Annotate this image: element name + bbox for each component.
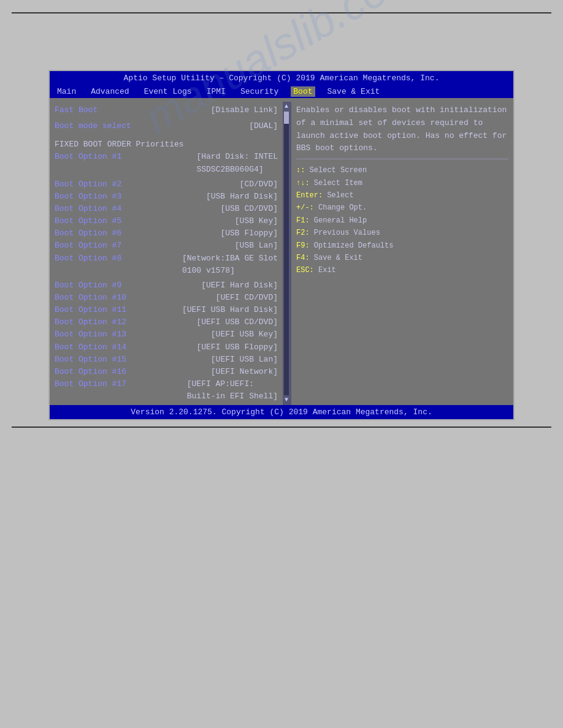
boot-option-15-row[interactable]: Boot Option #15 [UEFI USB Lan] [55,354,278,366]
menu-ipmi[interactable]: IPMI [204,86,228,97]
boot-option-3-label: Boot Option #3 [55,191,121,203]
status-bar: Version 2.20.1275. Copyright (C) 2019 Am… [50,405,513,419]
boot-option-5-value: [USB Key] [235,215,278,227]
key-f2: F2: [296,229,310,237]
boot-option-15-value: [UEFI USB Lan] [211,354,278,366]
boot-option-5-row[interactable]: Boot Option #5 [USB Key] [55,215,278,227]
boot-mode-value: [DUAL] [249,120,278,132]
boot-option-10-label: Boot Option #10 [55,292,126,304]
left-panel: Fast Boot [Disable Link] Boot mode selec… [50,102,283,405]
boot-option-2-label: Boot Option #2 [55,178,121,191]
key-help-3: Enter: Select [296,189,508,202]
fixed-boot-order-section: FIXED BOOT ORDER Priorities [55,138,278,151]
boot-option-9-value: [UEFI Hard Disk] [201,279,278,292]
fast-boot-value: [Disable Link] [211,104,278,116]
fast-boot-row[interactable]: Fast Boot [Disable Link] [55,104,278,116]
key-help-9: ESC: Exit [296,264,508,276]
key-f9: F9: [296,241,310,250]
boot-option-11-value: [UEFI USB Hard Disk] [182,304,278,316]
key-help-5: F1: General Help [296,214,508,227]
menu-bar: Main Advanced Event Logs IPMI Security B… [50,85,513,98]
right-panel: Enables or disables boot with initializa… [291,102,513,405]
boot-option-13-row[interactable]: Boot Option #13 [UEFI USB Key] [55,328,278,341]
main-content: Fast Boot [Disable Link] Boot mode selec… [50,98,513,405]
boot-option-14-label: Boot Option #14 [55,341,126,354]
menu-save-exit[interactable]: Save & Exit [325,86,383,97]
key-help-2: ↑↓: Select Item [296,177,508,189]
help-text: Enables or disables boot with initializa… [296,104,508,155]
key-help-1: ↕: Select Screen [296,164,508,176]
boot-option-16-value: [UEFI Network] [211,366,278,378]
boot-option-10-value: [UEFI CD/DVD] [216,292,278,304]
boot-option-1-label: Boot Option #1 [55,151,121,175]
boot-option-10-row[interactable]: Boot Option #10 [UEFI CD/DVD] [55,292,278,304]
boot-option-7-row[interactable]: Boot Option #7 [USB Lan] [55,240,278,252]
boot-option-12-label: Boot Option #12 [55,316,126,328]
boot-option-13-value: [UEFI USB Key] [211,328,278,341]
boot-option-17-row[interactable]: Boot Option #17 [UEFI AP:UEFI:Built-in E… [55,378,278,403]
boot-mode-label: Boot mode select [55,120,131,132]
key-f1: F1: [296,216,310,225]
key-help-8: F4: Save & Exit [296,252,508,264]
scrollbar-thumb[interactable] [284,112,289,124]
boot-option-16-row[interactable]: Boot Option #16 [UEFI Network] [55,366,278,378]
scroll-up-arrow[interactable]: ▲ [285,103,288,110]
spacer2 [55,132,278,136]
boot-option-13-label: Boot Option #13 [55,328,126,341]
boot-option-4-label: Boot Option #4 [55,203,121,215]
boot-option-6-value: [USB Floppy] [220,227,278,240]
menu-security[interactable]: Security [238,86,281,97]
menu-main[interactable]: Main [55,86,79,97]
boot-option-14-row[interactable]: Boot Option #14 [UEFI USB Floppy] [55,341,278,354]
key-enter: Enter: [296,191,323,200]
boot-option-17-label: Boot Option #17 [55,378,126,403]
key-esc: ESC: [296,266,314,275]
boot-option-5-label: Boot Option #5 [55,215,121,227]
bios-container: Aptio Setup Utility – Copyright (C) 2019… [48,70,515,420]
boot-option-7-value: [USB Lan] [235,240,278,252]
boot-option-15-label: Boot Option #15 [55,354,126,366]
menu-event-logs[interactable]: Event Logs [142,86,194,97]
key-select-screen: ↕: [296,166,305,175]
boot-option-12-row[interactable]: Boot Option #12 [UEFI USB CD/DVD] [55,316,278,328]
boot-option-7-label: Boot Option #7 [55,240,121,252]
key-help-4: +/-: Change Opt. [296,202,508,214]
scroll-down-arrow[interactable]: ▼ [285,396,288,404]
boot-option-9-label: Boot Option #9 [55,279,121,292]
key-help-7: F9: Optimized Defaults [296,240,508,252]
bottom-border [12,427,551,428]
right-panel-divider [296,159,508,159]
key-help-section: ↕: Select Screen ↑↓: Select Item Enter: … [296,164,508,277]
key-f4: F4: [296,254,310,262]
key-change-opt: +/-: [296,203,314,212]
boot-option-3-row[interactable]: Boot Option #3 [USB Hard Disk] [55,191,278,203]
boot-option-3-value: [USB Hard Disk] [206,191,278,203]
boot-option-11-label: Boot Option #11 [55,304,126,316]
key-select-item: ↑↓: [296,179,310,188]
scrollbar-track[interactable] [284,112,289,395]
boot-option-11-row[interactable]: Boot Option #11 [UEFI USB Hard Disk] [55,304,278,316]
boot-option-4-value: [USB CD/DVD] [220,203,278,215]
fast-boot-label: Fast Boot [55,104,98,116]
boot-option-8-row[interactable]: Boot Option #8 [Network:IBA GE Slot0100 … [55,252,278,277]
title-text: Aptio Setup Utility – Copyright (C) 2019… [124,74,440,83]
menu-advanced[interactable]: Advanced [88,86,131,97]
boot-option-12-value: [UEFI USB CD/DVD] [196,316,278,328]
boot-option-2-row[interactable]: Boot Option #2 [CD/DVD] [55,178,278,191]
boot-option-6-row[interactable]: Boot Option #6 [USB Floppy] [55,227,278,240]
boot-mode-row[interactable]: Boot mode select [DUAL] [55,120,278,132]
boot-option-2-value: [CD/DVD] [240,178,278,191]
boot-option-17-value: [UEFI AP:UEFI:Built-in EFI Shell] [187,378,278,403]
status-text: Version 2.20.1275. Copyright (C) 2019 Am… [131,408,432,417]
menu-boot[interactable]: Boot [291,86,315,97]
boot-option-8-value: [Network:IBA GE Slot0100 v1578] [182,252,278,277]
boot-option-9-row[interactable]: Boot Option #9 [UEFI Hard Disk] [55,279,278,292]
top-border [12,12,551,13]
boot-option-4-row[interactable]: Boot Option #4 [USB CD/DVD] [55,203,278,215]
boot-option-8-label: Boot Option #8 [55,252,121,277]
boot-option-1-row[interactable]: Boot Option #1 [Hard Disk: INTELSSDSC2BB… [55,151,278,175]
boot-option-16-label: Boot Option #16 [55,366,126,378]
scrollbar[interactable]: ▲ ▼ [283,102,290,405]
boot-option-1-value: [Hard Disk: INTELSSDSC2BB060G4] [196,151,278,175]
key-help-6: F2: Previous Values [296,227,508,239]
